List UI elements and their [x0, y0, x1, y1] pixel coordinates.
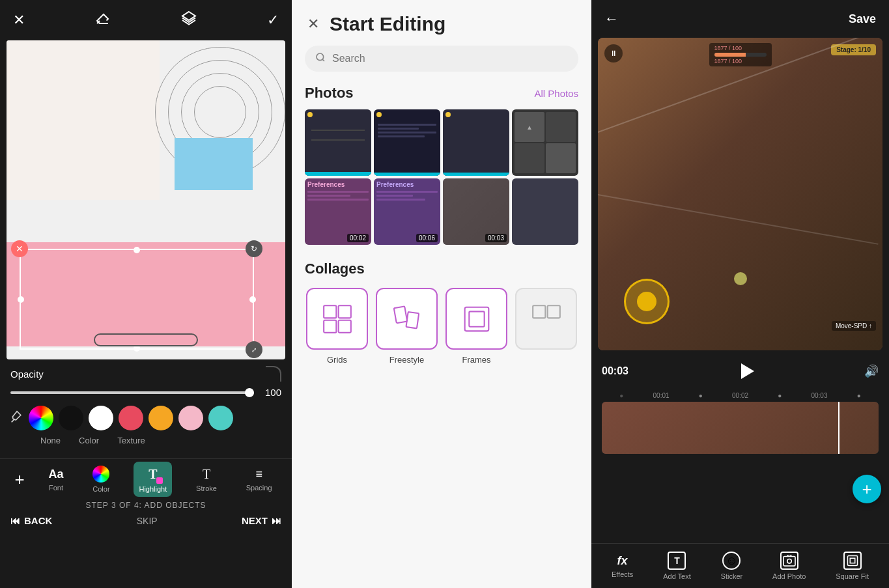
none-label[interactable]: None — [40, 436, 61, 445]
photo-thumb-7[interactable]: 00:03 — [443, 178, 509, 245]
add-text-button[interactable]: T Add Text — [663, 552, 691, 580]
font-tool-button[interactable]: Aa Font — [43, 464, 68, 496]
middle-close-button[interactable]: ✕ — [307, 16, 319, 33]
font-label: Font — [49, 484, 63, 492]
right-panel: ← Save ⏸ Stage: 1/10 1877 / 100 1877 / 1… — [591, 0, 889, 588]
eyedropper-icon[interactable] — [10, 410, 23, 427]
photo-thumb-8[interactable] — [512, 178, 578, 245]
handle-right[interactable] — [249, 296, 256, 303]
add-fab-button[interactable]: + — [853, 475, 881, 503]
rainbow-color-swatch[interactable] — [29, 406, 53, 430]
spacing-label: Spacing — [246, 484, 272, 492]
joystick-control[interactable] — [624, 279, 670, 324]
svg-point-15 — [787, 559, 791, 564]
svg-rect-16 — [847, 556, 857, 566]
back-button[interactable]: ⏮ BACK — [10, 515, 52, 526]
canvas-area[interactable]: hello ✕ ↻ ⤢ — [7, 40, 285, 359]
white-color-swatch[interactable] — [89, 406, 113, 430]
play-button[interactable] — [733, 358, 759, 384]
photo-thumb-1[interactable] — [305, 109, 371, 176]
delete-handle[interactable]: ✕ — [11, 240, 28, 257]
font-icon: Aa — [48, 468, 63, 481]
svg-rect-9 — [406, 311, 419, 328]
effects-icon: fx — [617, 554, 628, 568]
timeline-track[interactable] — [602, 402, 879, 454]
eraser-icon[interactable] — [95, 10, 111, 30]
add-photo-button[interactable]: Add Photo — [772, 552, 806, 580]
svg-line-3 — [322, 59, 324, 61]
all-photos-link[interactable]: All Photos — [534, 88, 578, 99]
opacity-corner-icon — [266, 366, 281, 382]
svg-rect-13 — [547, 305, 559, 318]
search-input[interactable] — [332, 53, 568, 64]
texture-label[interactable]: Texture — [117, 436, 145, 445]
stroke-icon: T — [203, 467, 210, 482]
svg-rect-12 — [533, 305, 545, 318]
svg-rect-10 — [464, 307, 488, 331]
more-icon-box[interactable] — [515, 288, 577, 350]
collages-grid: Grids Freestyle — [305, 288, 578, 365]
tick-2: 00:02 — [720, 392, 760, 399]
stage-badge: Stage: 1/10 — [831, 44, 876, 55]
sticker-button[interactable]: ☺ Sticker — [721, 552, 743, 580]
pause-button[interactable]: ⏸ — [604, 44, 623, 63]
add-photo-label: Add Photo — [772, 572, 806, 580]
middle-panel: ✕ Start Editing Photos All Photos — [292, 0, 591, 588]
confirm-icon[interactable]: ✓ — [267, 12, 279, 29]
tick-3: 00:03 — [800, 392, 840, 399]
save-button[interactable]: Save — [849, 12, 876, 26]
collages-section: Collages Grids — [292, 260, 591, 378]
svg-rect-14 — [783, 556, 795, 566]
yellow-color-swatch[interactable] — [148, 406, 173, 430]
photo-thumb-5[interactable]: Preferences 00:02 — [305, 178, 371, 245]
timeline-ruler: ● 00:01 ● 00:02 ● 00:03 ● — [591, 392, 889, 399]
photos-section-title: Photos — [305, 85, 354, 102]
scale-handle[interactable]: ⤢ — [246, 341, 262, 358]
skip-button[interactable]: SKIP — [137, 516, 158, 526]
spacing-tool-button[interactable]: ≡ Spacing — [241, 464, 277, 496]
square-fit-button[interactable]: Square Fit — [836, 552, 869, 580]
road-2 — [598, 194, 879, 245]
volume-icon[interactable]: 🔊 — [864, 364, 879, 378]
back-label: BACK — [24, 515, 52, 526]
step-label: STEP 3 OF 4: ADD OBJECTS — [5, 501, 287, 510]
close-icon[interactable]: ✕ — [13, 12, 25, 29]
add-tool-button[interactable]: + — [14, 469, 24, 490]
playhead — [838, 402, 840, 454]
next-button[interactable]: NEXT ⏭ — [242, 515, 281, 526]
handle-top[interactable] — [134, 247, 140, 253]
grids-icon-box[interactable] — [306, 288, 368, 350]
red-color-swatch[interactable] — [119, 406, 143, 430]
stroke-tool-button[interactable]: T Stroke — [191, 463, 222, 496]
grids-label: Grids — [327, 355, 347, 365]
opacity-slider[interactable] — [10, 391, 254, 394]
color-tool-button[interactable]: Color — [87, 462, 115, 497]
video-controls: 00:03 🔊 — [591, 350, 889, 389]
layers-icon[interactable] — [181, 10, 197, 30]
spacing-icon: ≡ — [255, 468, 262, 481]
pink-color-swatch[interactable] — [178, 406, 203, 430]
frames-icon-box[interactable] — [445, 288, 507, 350]
timeline-area[interactable]: ● 00:01 ● 00:02 ● 00:03 ● — [591, 389, 889, 462]
svg-rect-11 — [469, 311, 484, 326]
photos-grid: ▲ Preferences 00:02 Preferences — [292, 109, 591, 260]
cyan-color-swatch[interactable] — [208, 406, 233, 430]
collage-more — [514, 288, 578, 365]
photo-thumb-2[interactable] — [374, 109, 440, 176]
black-color-swatch[interactable] — [59, 406, 83, 430]
freestyle-icon-box[interactable] — [376, 288, 438, 350]
photo-thumb-3[interactable] — [443, 109, 509, 176]
rotate-handle[interactable]: ↻ — [246, 240, 262, 257]
opacity-label: Opacity — [10, 369, 44, 380]
photo-thumb-6[interactable]: Preferences 00:06 — [374, 178, 440, 245]
back-arrow-button[interactable]: ← — [604, 10, 619, 27]
highlight-tool-button[interactable]: T Highlight — [134, 462, 172, 497]
color-label[interactable]: Color — [79, 436, 99, 445]
photo-thumb-4[interactable]: ▲ — [512, 109, 578, 176]
handle-left[interactable] — [18, 296, 24, 303]
search-bar[interactable] — [305, 46, 578, 72]
photos-section-header: Photos All Photos — [292, 85, 591, 109]
next-label: NEXT — [242, 515, 268, 526]
effects-button[interactable]: fx Effects — [612, 554, 633, 578]
middle-header: ✕ Start Editing — [292, 0, 591, 46]
